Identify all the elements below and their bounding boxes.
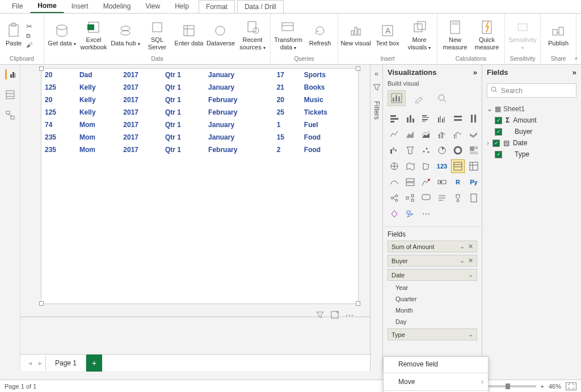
area-chart-icon[interactable] xyxy=(403,128,417,141)
remove-field-icon[interactable]: ✕ xyxy=(468,257,473,264)
copy-icon[interactable]: ⧉ xyxy=(26,32,32,40)
checkbox-checked-icon[interactable]: ✓ xyxy=(492,140,500,147)
zoom-in-button[interactable]: + xyxy=(541,383,544,390)
resize-handle-tr[interactable] xyxy=(356,66,360,71)
data-view-icon[interactable] xyxy=(5,90,15,100)
fit-to-page-button[interactable]: ⛶ xyxy=(566,382,576,390)
model-view-icon[interactable] xyxy=(5,110,15,120)
tab-file[interactable]: File xyxy=(5,0,30,13)
slicer-icon[interactable] xyxy=(435,175,449,189)
pie-icon[interactable] xyxy=(435,144,449,157)
ctx-move[interactable]: Move› xyxy=(384,374,488,389)
analytics-tab[interactable] xyxy=(433,90,451,106)
excel-button[interactable]: Excel workbook xyxy=(78,15,109,55)
paginated-icon[interactable] xyxy=(467,191,481,205)
tab-insert[interactable]: Insert xyxy=(64,0,96,13)
expand-filters-icon[interactable]: « xyxy=(374,69,378,78)
remove-field-icon[interactable]: ✕ xyxy=(468,243,473,250)
line-chart-icon[interactable] xyxy=(388,128,401,141)
filter-icon[interactable] xyxy=(316,311,324,321)
recent-sources-button[interactable]: Recent sources ▾ xyxy=(237,15,268,55)
waterfall-icon[interactable] xyxy=(388,144,401,157)
field-amount[interactable]: ✓ΣAmount xyxy=(487,115,576,126)
funnel-icon[interactable] xyxy=(403,144,417,157)
powerapps-icon[interactable] xyxy=(388,207,401,221)
sql-server-button[interactable]: SQL Server xyxy=(142,15,172,55)
well-buyer[interactable]: Buyer⌄✕ xyxy=(388,255,477,267)
publish-button[interactable]: Publish xyxy=(543,15,574,55)
field-date[interactable]: ›✓▤Date xyxy=(487,137,576,149)
decomp-tree-icon[interactable] xyxy=(403,191,417,205)
refresh-button[interactable]: Refresh xyxy=(305,15,335,55)
chevron-down-icon[interactable]: ⌄ xyxy=(460,243,465,250)
report-view-icon[interactable] xyxy=(5,69,15,79)
resize-handle-br[interactable] xyxy=(356,301,360,306)
gauge-icon[interactable] xyxy=(388,175,401,189)
ctx-remove-field[interactable]: Remove field xyxy=(384,357,488,372)
well-date-month[interactable]: Month xyxy=(388,306,477,315)
transform-data-button[interactable]: Transform data ▾ xyxy=(273,15,304,55)
well-date-quarter[interactable]: Quarter xyxy=(388,294,477,304)
stacked-area-icon[interactable] xyxy=(419,128,433,141)
enter-data-button[interactable]: Enter data xyxy=(174,15,204,55)
scatter-icon[interactable] xyxy=(419,144,433,157)
tab-view[interactable]: View xyxy=(138,0,167,13)
line-stacked-col-icon[interactable] xyxy=(435,128,449,141)
clustered-bar-icon[interactable] xyxy=(419,112,433,125)
filters-pane-collapsed[interactable]: « Filters xyxy=(370,65,382,371)
filled-map-icon[interactable] xyxy=(403,159,417,173)
collapse-fields-pane-icon[interactable]: » xyxy=(572,68,576,77)
format-painter-icon[interactable]: 🖌 xyxy=(26,41,32,48)
build-visual-tab[interactable] xyxy=(388,90,406,106)
resize-handle-bl[interactable] xyxy=(39,301,44,306)
chevron-down-icon[interactable]: ⌄ xyxy=(460,257,465,264)
page-prev-button[interactable]: ◂ xyxy=(25,359,35,367)
card-icon[interactable]: 123 xyxy=(435,159,449,173)
clustered-column-icon[interactable] xyxy=(435,112,449,125)
stacked-bar-icon[interactable] xyxy=(388,112,401,125)
tab-modeling[interactable]: Modeling xyxy=(96,0,138,13)
new-visual-button[interactable]: New visual xyxy=(340,15,371,55)
checkbox-checked-icon[interactable]: ✓ xyxy=(495,117,502,124)
cut-icon[interactable]: ✂ xyxy=(26,22,32,31)
ribbon-chart-icon[interactable] xyxy=(467,128,481,141)
multirow-card-icon[interactable] xyxy=(403,175,417,189)
table-icon[interactable] xyxy=(451,159,465,173)
well-date-day[interactable]: Day xyxy=(388,317,477,326)
tree-table-sheet1[interactable]: ⌄▦Sheet1 xyxy=(487,103,576,115)
more-visuals-button[interactable]: More visuals ▾ xyxy=(404,15,435,55)
add-page-button[interactable]: + xyxy=(86,355,102,372)
chevron-down-icon[interactable]: ⌄ xyxy=(468,331,473,338)
text-box-button[interactable]: AText box xyxy=(372,15,403,55)
resize-handle-tl[interactable] xyxy=(39,66,44,71)
field-buyer[interactable]: ✓Buyer xyxy=(487,126,576,137)
kpi-icon[interactable] xyxy=(419,175,433,189)
paste-button[interactable]: Paste xyxy=(2,15,25,55)
checkbox-checked-icon[interactable]: ✓ xyxy=(495,151,502,158)
matrix-icon[interactable] xyxy=(467,159,481,173)
chevron-down-icon[interactable]: ⌄ xyxy=(468,271,473,279)
well-amount[interactable]: Sum of Amount⌄✕ xyxy=(388,241,477,252)
tab-help[interactable]: Help xyxy=(167,0,196,13)
hundred-column-icon[interactable] xyxy=(467,112,481,125)
qa-icon[interactable] xyxy=(419,191,433,205)
more-options-icon[interactable]: ⋯ xyxy=(346,311,353,321)
narrative-icon[interactable] xyxy=(435,191,449,205)
tab-datadrill[interactable]: Data / Drill xyxy=(237,0,284,13)
dataverse-button[interactable]: Dataverse xyxy=(205,15,236,55)
fields-search-input[interactable]: Search xyxy=(487,83,576,98)
well-type[interactable]: Type⌄ xyxy=(388,328,477,340)
map-icon[interactable] xyxy=(388,159,401,173)
collapse-vis-pane-icon[interactable]: » xyxy=(473,68,477,77)
data-hub-button[interactable]: Data hub ▾ xyxy=(110,15,141,55)
hundred-bar-icon[interactable] xyxy=(451,112,465,125)
new-measure-button[interactable]: New measure xyxy=(440,15,470,55)
well-date[interactable]: Date⌄ xyxy=(388,269,477,281)
get-data-button[interactable]: Get data ▾ xyxy=(47,15,77,55)
py-visual-icon[interactable]: Py xyxy=(467,175,481,189)
page-next-button[interactable]: ▸ xyxy=(35,359,45,367)
tab-home[interactable]: Home xyxy=(30,0,64,13)
donut-icon[interactable] xyxy=(451,144,465,157)
shape-map-icon[interactable] xyxy=(419,159,433,173)
tab-format[interactable]: Format xyxy=(199,0,235,13)
